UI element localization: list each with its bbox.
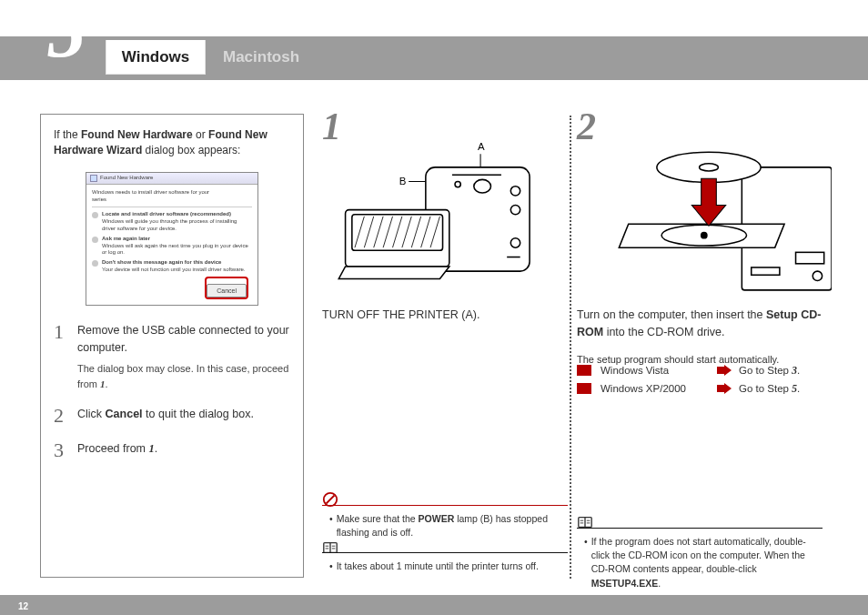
label-A: A [478,141,485,152]
cancel-highlight: Cancel [205,277,248,299]
dialog-title: Found New Hardware [100,175,153,182]
step-1: 1 Remove the USB cable connected to your… [54,322,290,392]
swatch-icon [577,383,591,394]
note-icon [322,539,338,556]
step-number: 2 [54,406,68,426]
svg-point-32 [812,271,822,280]
step-number: 3 [54,440,68,460]
cancel-button[interactable]: Cancel [207,284,247,297]
step-number: 1 [54,322,68,392]
arrow-icon [717,365,732,376]
divider-red [322,505,568,506]
dialog-option-1: Locate and install driver software (reco… [92,211,252,232]
page-number: 12 [18,601,28,611]
os-row-vista: Windows Vista Go to Step 3. [577,365,800,376]
os-name: Windows Vista [601,365,717,376]
divider-black [577,528,823,529]
swatch-icon [577,365,591,376]
step-text: Remove the USB cable connected to your c… [77,324,289,354]
svg-point-16 [510,187,520,196]
goto-text: Go to Step 5. [739,383,800,394]
step-text: Click Cancel to quit the dialog box. [77,406,290,426]
found-new-hardware-dialog: Found New Hardware Windows needs to inst… [86,172,258,306]
manual-page: 5 Windows Macintosh If the Found New Har… [0,0,868,615]
svg-point-15 [455,181,460,187]
dialog-screenshot: Found New Hardware Windows needs to inst… [54,172,290,306]
content-area: If the Found New Hardware or Found New H… [40,105,841,579]
step-2: 2 Click Cancel to quit the dialog box. [54,406,290,426]
note-minute: • It takes about 1 minute until the prin… [329,560,568,573]
caption-turn-off: TURN OFF THE PRINTER (A). [322,307,568,324]
steps-list: 1 Remove the USB cable connected to your… [54,322,290,461]
svg-rect-30 [752,267,780,275]
page-footer: 12 [0,595,868,615]
intro-text: If the Found New Hardware or Found New H… [54,127,290,159]
step-subtext: The dialog box may close. In this case, … [77,361,290,391]
svg-point-17 [510,205,520,214]
svg-point-14 [474,179,491,193]
cdrom-figure [586,137,832,301]
dialog-titlebar: Found New Hardware [86,173,257,185]
arrow-icon [717,383,732,394]
label-B: B [399,176,407,187]
note-autostart: • If the program does not start automati… [584,535,823,590]
dialog-option-3: Don't show this message again for this d… [92,259,252,274]
dialog-need-text: Windows needs to install driver software… [92,189,252,208]
step-text: Proceed from 1. [77,440,290,460]
os-grid: Windows Vista Go to Step 3. Windows XP/2… [577,365,800,401]
step-3: 3 Proceed from 1. [54,440,290,460]
printer-figure: A B [331,137,577,301]
svg-point-36 [700,164,719,171]
dialog-option-2: Ask me again laterWindows will ask again… [92,236,252,257]
svg-line-22 [327,496,335,504]
note-power-lamp: • Make sure that the POWER lamp (B) has … [329,512,568,539]
os-name: Windows XP/2000 [601,383,717,394]
os-row-xp2000: Windows XP/2000 Go to Step 5. [577,383,800,394]
svg-rect-31 [796,252,824,263]
goto-text: Go to Step 3. [739,365,800,376]
dialog-icon [90,175,97,182]
left-panel: If the Found New Hardware or Found New H… [40,114,304,578]
svg-point-34 [701,233,707,238]
caption-insert-cd: Turn on the computer, then insert the Se… [577,307,823,367]
section-number: 5 [31,0,102,69]
tab-macintosh[interactable]: Macintosh [211,40,311,75]
svg-point-18 [510,238,520,247]
divider-black [322,552,568,553]
tab-windows[interactable]: Windows [106,40,206,75]
